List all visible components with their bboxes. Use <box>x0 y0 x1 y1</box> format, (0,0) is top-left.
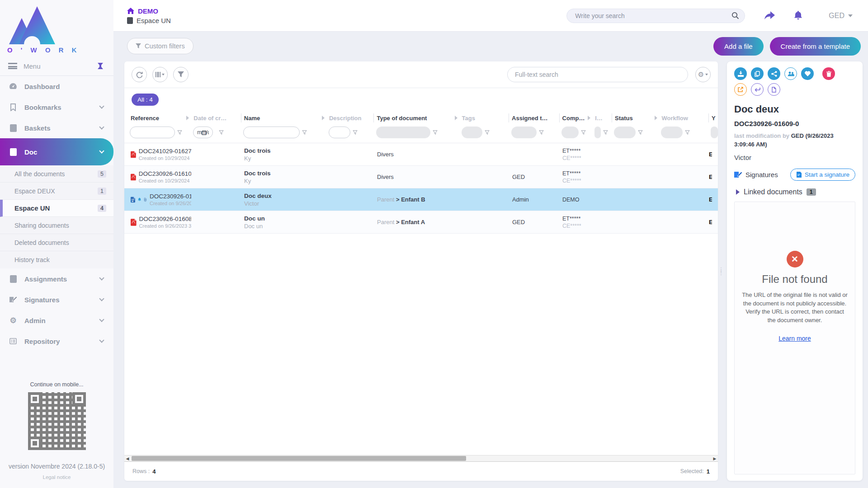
custom-filters-button[interactable]: Custom filters <box>127 38 193 54</box>
funnel-icon[interactable] <box>539 130 544 135</box>
submenu-deleted-documents[interactable]: Deleted documents <box>0 234 113 251</box>
funnel-icon[interactable] <box>219 130 224 135</box>
paperclip-icon <box>144 196 147 203</box>
sidebar-item-signatures[interactable]: Signatures <box>0 289 113 310</box>
filter-button[interactable] <box>173 67 189 82</box>
table-row[interactable]: DOC230926-01610-3 Created on 10/29/2024 … <box>124 166 718 188</box>
scrollbar-thumb[interactable] <box>132 456 466 461</box>
column-header-date[interactable]: Date of cr… <box>191 113 241 122</box>
sidebar-item-dashboard[interactable]: Dashboard <box>0 76 113 97</box>
filter-name-input[interactable] <box>243 127 300 138</box>
user-menu[interactable]: GED <box>829 12 853 20</box>
table-filter-row <box>124 126 718 143</box>
horizontal-scrollbar[interactable]: ◀ ▶ <box>124 455 718 462</box>
calendar-icon[interactable] <box>202 130 207 135</box>
submenu-all-documents[interactable]: All the documents 5 <box>0 165 113 183</box>
funnel-icon[interactable] <box>177 130 182 135</box>
truncated-cell: E <box>709 174 712 180</box>
add-file-button[interactable]: Add a file <box>713 37 764 56</box>
columns-button[interactable] <box>152 67 168 82</box>
legal-notice-link[interactable]: Legal notice <box>0 474 113 480</box>
table-toolbar: ⚙ <box>124 61 718 88</box>
column-header-assigned[interactable]: Assigned t… <box>509 113 559 122</box>
submenu-label: Sharing documents <box>14 222 69 229</box>
favorite-button[interactable] <box>801 67 814 80</box>
table-row[interactable]: DOC230926-01608-0 Created on 9/26/2023 3… <box>124 211 718 234</box>
funnel-icon[interactable] <box>685 130 690 135</box>
linked-documents-count: 1 <box>807 188 816 196</box>
sidebar-item-baskets[interactable]: Baskets <box>0 117 113 138</box>
column-header-status[interactable]: Status <box>612 113 659 122</box>
document-type-parent: Parent <box>377 219 394 225</box>
breadcrumb: DEMO Espace UN <box>127 7 171 24</box>
return-button[interactable] <box>751 83 764 96</box>
funnel-icon[interactable] <box>433 130 438 135</box>
linked-documents-toggle[interactable]: Linked documents 1 <box>736 188 855 196</box>
column-header-tags[interactable]: Tags <box>459 113 509 122</box>
column-header-i[interactable]: I… <box>592 113 612 122</box>
submenu-label: Deleted documents <box>14 239 69 246</box>
search-icon[interactable] <box>731 12 739 19</box>
share-button[interactable] <box>768 67 780 80</box>
submenu-history-track[interactable]: History track <box>0 251 113 268</box>
scroll-right-arrow[interactable]: ▶ <box>712 456 718 461</box>
column-header-company[interactable]: Comp… <box>560 113 593 122</box>
scroll-left-arrow[interactable]: ◀ <box>124 456 131 461</box>
table-row[interactable]: DOC241029-01627-0 Created on 10/29/2024 … <box>124 143 718 166</box>
column-header-reference[interactable]: Reference <box>128 113 191 122</box>
start-signature-button[interactable]: Start a signature <box>790 169 855 181</box>
fulltext-search[interactable] <box>507 67 688 82</box>
funnel-icon[interactable] <box>638 130 643 135</box>
file-preview-card: ✕ File not found The URL of the original… <box>734 202 855 474</box>
sidebar-item-doc[interactable]: Doc <box>0 138 113 165</box>
submenu-espace-deux[interactable]: Espace DEUX 1 <box>0 183 113 200</box>
pin-icon[interactable] <box>97 62 104 70</box>
copy-button[interactable] <box>751 67 764 80</box>
hamburger-icon[interactable] <box>8 63 17 69</box>
table-settings-button[interactable]: ⚙ <box>695 67 711 82</box>
sidebar-item-label: Doc <box>24 148 37 156</box>
column-header-workflow[interactable]: Workflow <box>659 113 709 122</box>
open-external-button[interactable] <box>734 83 747 96</box>
column-header-description[interactable]: Description <box>326 113 374 122</box>
funnel-icon[interactable] <box>581 130 586 135</box>
delete-button[interactable] <box>822 67 835 80</box>
submenu-label: Espace UN <box>14 204 50 212</box>
users-button[interactable] <box>784 67 797 80</box>
column-header-name[interactable]: Name <box>241 113 326 122</box>
submenu-espace-un[interactable]: Espace UN 4 <box>0 200 113 217</box>
global-search[interactable] <box>566 9 745 23</box>
panel-resize-handle[interactable]: ⋮⋮ <box>718 268 724 274</box>
global-search-input[interactable] <box>575 12 731 19</box>
funnel-icon[interactable] <box>302 130 307 135</box>
funnel-icon[interactable] <box>603 130 608 135</box>
fulltext-search-input[interactable] <box>515 71 680 78</box>
learn-more-link[interactable]: Learn more <box>778 335 811 342</box>
refresh-button[interactable] <box>132 67 147 82</box>
create-from-template-button[interactable]: Create from a template <box>770 37 861 56</box>
sidebar: O ' W O R K Menu Dashboard Bookmarks Bas… <box>0 0 113 488</box>
chevron-down-icon <box>99 338 104 343</box>
column-header-type[interactable]: Type of document <box>374 113 459 122</box>
sidebar-item-admin[interactable]: ⚙ Admin <box>0 310 113 331</box>
table-row-selected[interactable]: W DOC230926-01609-0 Created on 9/26/2023… <box>124 188 718 211</box>
signature-icon <box>8 296 18 303</box>
document-reference: DOC230926-01609-0 <box>734 120 855 127</box>
filter-y-disabled <box>711 127 718 138</box>
download-button[interactable] <box>734 67 747 80</box>
sidebar-item-bookmarks[interactable]: Bookmarks <box>0 97 113 117</box>
sidebar-item-assignments[interactable]: Assignments <box>0 268 113 289</box>
file-error-title: File not found <box>762 273 827 286</box>
filter-reference-input[interactable] <box>130 127 175 138</box>
breadcrumb-root[interactable]: DEMO <box>138 7 158 15</box>
share-forward-icon[interactable] <box>764 11 775 20</box>
funnel-icon[interactable] <box>485 130 490 135</box>
document-preview-button[interactable] <box>768 83 780 96</box>
submenu-sharing-documents[interactable]: Sharing documents <box>0 217 113 234</box>
filter-chip-all[interactable]: All : 4 <box>132 94 159 106</box>
filter-description-input[interactable] <box>329 127 350 138</box>
bell-icon[interactable] <box>794 11 802 20</box>
column-header-y[interactable]: Y <box>709 113 718 122</box>
sidebar-item-repository[interactable]: Repository <box>0 331 113 352</box>
funnel-icon[interactable] <box>353 130 358 135</box>
